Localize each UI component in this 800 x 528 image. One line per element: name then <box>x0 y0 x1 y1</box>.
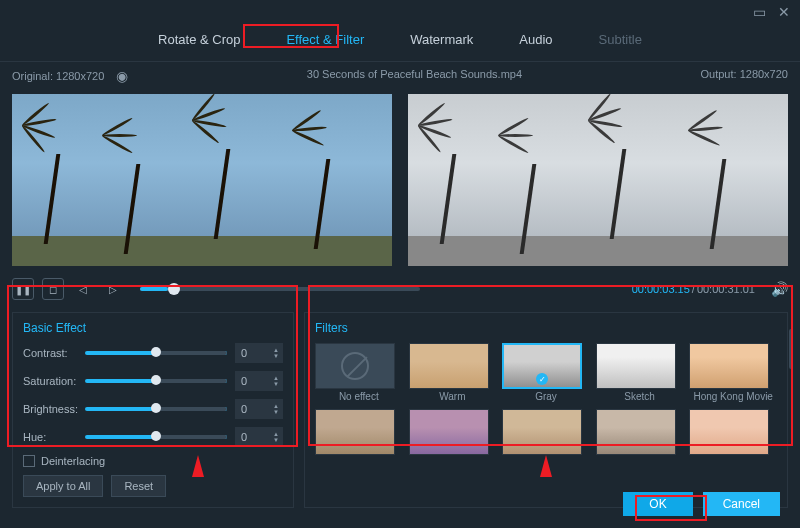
filter-sketch[interactable]: Sketch <box>596 343 684 403</box>
volume-icon[interactable]: 🔊 <box>771 281 788 297</box>
filter-item[interactable] <box>596 409 684 469</box>
time-current: 00:00:03.15 <box>632 283 690 295</box>
cancel-button[interactable]: Cancel <box>703 492 780 516</box>
saturation-label: Saturation: <box>23 375 85 387</box>
contrast-slider[interactable] <box>85 351 227 355</box>
output-resolution: Output: 1280x720 <box>701 68 788 84</box>
contrast-label: Contrast: <box>23 347 85 359</box>
tab-bar: Rotate & Crop Effect & Filter Watermark … <box>0 0 800 62</box>
preview-toggle-icon[interactable]: ◉ <box>116 68 128 84</box>
contrast-value[interactable]: 0▲▼ <box>235 343 283 363</box>
stop-button[interactable]: ◻ <box>42 278 64 300</box>
check-icon: ✓ <box>536 373 548 385</box>
reset-button[interactable]: Reset <box>111 475 166 497</box>
brightness-label: Brightness: <box>23 403 85 415</box>
brightness-value[interactable]: 0▲▼ <box>235 399 283 419</box>
tab-rotate-crop[interactable]: Rotate & Crop <box>150 28 248 51</box>
tab-audio[interactable]: Audio <box>511 28 560 51</box>
prev-frame-button[interactable]: ◁ <box>72 278 94 300</box>
filters-title: Filters <box>315 321 777 335</box>
tab-watermark[interactable]: Watermark <box>402 28 481 51</box>
time-total: 00:00:31.01 <box>697 283 755 295</box>
original-resolution: Original: 1280x720 <box>12 70 104 82</box>
info-bar: Original: 1280x720 ◉ 30 Seconds of Peace… <box>0 62 800 90</box>
filter-item[interactable] <box>689 409 777 469</box>
apply-to-all-button[interactable]: Apply to All <box>23 475 103 497</box>
minimize-icon[interactable]: ▭ <box>753 4 766 20</box>
tab-subtitle[interactable]: Subtitle <box>591 28 650 51</box>
filter-item[interactable] <box>409 409 497 469</box>
filters-panel: Filters No effect Warm ✓ Gray Sketch Hon… <box>304 312 788 508</box>
tab-effect-filter[interactable]: Effect & Filter <box>278 28 372 51</box>
preview-original <box>12 94 392 266</box>
brightness-slider[interactable] <box>85 407 227 411</box>
basic-effect-panel: Basic Effect Contrast: 0▲▼ Saturation: 0… <box>12 312 294 508</box>
filter-item[interactable] <box>315 409 403 469</box>
basic-effect-title: Basic Effect <box>23 321 283 335</box>
hue-slider[interactable] <box>85 435 227 439</box>
playback-slider[interactable] <box>140 287 420 291</box>
deinterlacing-label: Deinterlacing <box>41 455 105 467</box>
saturation-slider[interactable] <box>85 379 227 383</box>
time-separator: / <box>692 283 695 295</box>
scrollbar[interactable] <box>789 329 793 369</box>
deinterlacing-checkbox[interactable] <box>23 455 35 467</box>
filter-warm[interactable]: Warm <box>409 343 497 403</box>
saturation-value[interactable]: 0▲▼ <box>235 371 283 391</box>
pause-button[interactable]: ❚❚ <box>12 278 34 300</box>
filename-label: 30 Seconds of Peaceful Beach Sounds.mp4 <box>307 68 522 84</box>
hue-value[interactable]: 0▲▼ <box>235 427 283 447</box>
filter-hongkong[interactable]: Hong Kong Movie <box>689 343 777 403</box>
preview-filtered <box>408 94 788 266</box>
next-frame-button[interactable]: ▷ <box>102 278 124 300</box>
close-icon[interactable]: ✕ <box>778 4 790 20</box>
ok-button[interactable]: OK <box>623 492 692 516</box>
noeffect-icon <box>341 352 369 380</box>
filter-gray[interactable]: ✓ Gray <box>502 343 590 403</box>
filter-noeffect[interactable]: No effect <box>315 343 403 403</box>
annotation-arrow <box>540 455 552 477</box>
annotation-arrow <box>192 455 204 477</box>
hue-label: Hue: <box>23 431 85 443</box>
